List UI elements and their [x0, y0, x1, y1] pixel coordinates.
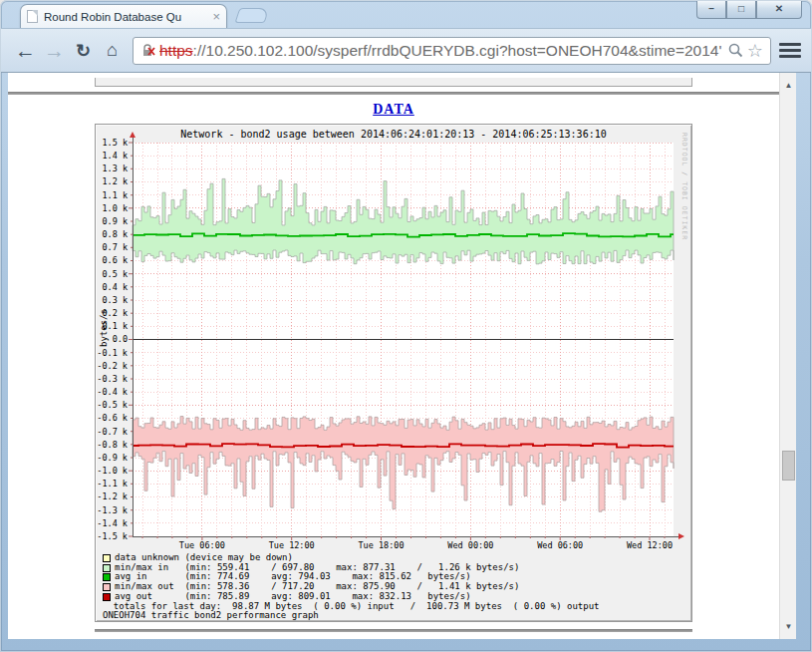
y-tick-label: -0.6 k [97, 413, 128, 423]
forward-button[interactable]: → [40, 39, 69, 63]
y-tick-label: -1.5 k [97, 531, 128, 541]
y-tick-label: 1.4 k [102, 151, 128, 161]
y-tick-label: -1.3 k [97, 505, 128, 515]
x-tick-label: Wed 06:00 [537, 540, 583, 550]
y-tick-label: -0.9 k [97, 453, 128, 463]
bookmark-star-icon[interactable]: ☆ [747, 42, 763, 60]
legend-swatch-icon [103, 583, 111, 591]
url-rest: ://10.250.102.100/sysperf/rrdbQUERYDB.cg… [193, 42, 722, 59]
scroll-up-arrow-icon[interactable]: ▲ [780, 77, 797, 94]
x-tick-label: Tue 12:00 [269, 540, 315, 550]
y-tick-label: -1.0 k [97, 466, 128, 476]
content-area: DATA Network - bond2 usage between 2014:… [8, 73, 796, 639]
zoom-search-icon[interactable] [727, 42, 744, 59]
y-tick-label: 0.8 k [102, 229, 128, 239]
rrd-graph-image: Network - bond2 usage between 2014:06:24… [95, 124, 692, 622]
horizontal-rule-bottom [95, 629, 692, 632]
title-bar[interactable]: Round Robin Database Qu × – □ ✕ [0, 0, 812, 28]
menu-hamburger-icon[interactable] [779, 40, 801, 61]
close-button[interactable]: ✕ [756, 1, 802, 19]
y-tick-label: 0.3 k [102, 295, 128, 305]
legend-footer-line: ONEOH704 traffic bond2 performance graph [103, 611, 600, 621]
home-button[interactable]: ⌂ [98, 40, 127, 61]
y-tick-label: -1.4 k [97, 518, 128, 528]
y-tick-label: 0.7 k [102, 242, 128, 252]
y-tick-label: -0.4 k [97, 387, 128, 397]
y-tick-label: 0.5 k [102, 269, 128, 279]
y-tick-label: 1.1 k [102, 190, 128, 200]
y-tick-label: -0.5 k [97, 400, 128, 410]
y-tick-label: 1.5 k [102, 138, 128, 148]
url-scheme-https: https [159, 42, 193, 59]
traffic-plot: 1.5 k1.4 k1.3 k1.2 k1.1 k1.0 k0.9 k0.8 k… [96, 125, 693, 563]
y-tick-label: 0.0 [113, 334, 128, 344]
y-tick-label: -0.1 k [97, 348, 128, 358]
reload-button[interactable]: ↻ [69, 40, 98, 62]
horizontal-rule-top [8, 92, 779, 95]
scroll-down-arrow-icon[interactable]: ▼ [780, 618, 797, 635]
legend-swatch-icon [103, 564, 111, 572]
y-tick-label: -0.8 k [97, 440, 128, 450]
y-tick-label: -0.2 k [97, 361, 128, 371]
y-tick-label: 1.3 k [102, 163, 128, 173]
y-tick-label: 0.2 k [102, 308, 128, 318]
browser-toolbar: ← → ↻ ⌂ https://10.250.102.100/sysperf/r… [1, 28, 811, 73]
y-tick-label: 0.6 k [102, 255, 128, 265]
y-tick-label: -1.2 k [97, 491, 128, 501]
x-tick-label: Wed 00:00 [447, 540, 493, 550]
data-link-row: DATA [8, 100, 779, 118]
y-tick-label: 1.2 k [102, 176, 128, 186]
y-tick-label: -1.1 k [97, 479, 128, 489]
x-tick-label: Wed 12:00 [627, 540, 673, 550]
browser-window: Round Robin Database Qu × – □ ✕ ← → ↻ ⌂ … [0, 0, 812, 652]
legend-swatch-icon [103, 593, 111, 601]
y-tick-label: 0.9 k [102, 216, 128, 226]
tab-title: Round Robin Database Qu [44, 11, 207, 23]
y-tick-label: -0.7 k [97, 427, 128, 437]
x-axis-arrow-icon [678, 533, 684, 539]
web-page: DATA Network - bond2 usage between 2014:… [8, 73, 779, 639]
url-text[interactable]: https://10.250.102.100/sysperf/rrdbQUERY… [159, 42, 724, 60]
data-link[interactable]: DATA [373, 102, 414, 117]
scrollbar-thumb[interactable] [782, 451, 795, 481]
y-tick-label: 1.0 k [102, 203, 128, 213]
legend-swatch-icon [103, 573, 111, 581]
minimize-button[interactable]: – [696, 1, 726, 19]
window-controls: – □ ✕ [696, 1, 802, 19]
vertical-scrollbar[interactable]: ▲ ▼ [779, 73, 796, 639]
address-bar[interactable]: https://10.250.102.100/sysperf/rrdbQUERY… [133, 37, 771, 65]
back-button[interactable]: ← [11, 39, 40, 63]
y-tick-label: 0.4 k [102, 282, 128, 292]
y-axis-arrow-icon [130, 132, 135, 138]
browser-tab[interactable]: Round Robin Database Qu × [20, 4, 227, 28]
previous-graph-bottom-edge [95, 78, 692, 87]
graph-legend: data unknown (device may be down)min/max… [103, 553, 600, 621]
y-tick-label: -0.3 k [97, 374, 128, 384]
maximize-button[interactable]: □ [726, 1, 756, 19]
tab-close-icon[interactable]: × [212, 11, 220, 23]
legend-swatch-icon [103, 554, 111, 562]
new-tab-button[interactable] [235, 8, 270, 23]
broken-https-padlock-icon[interactable] [140, 43, 155, 58]
x-tick-label: Tue 18:00 [358, 540, 404, 550]
y-tick-label: 0.1 k [102, 321, 128, 331]
page-favicon-icon [27, 10, 38, 23]
x-tick-label: Tue 06:00 [179, 540, 225, 550]
